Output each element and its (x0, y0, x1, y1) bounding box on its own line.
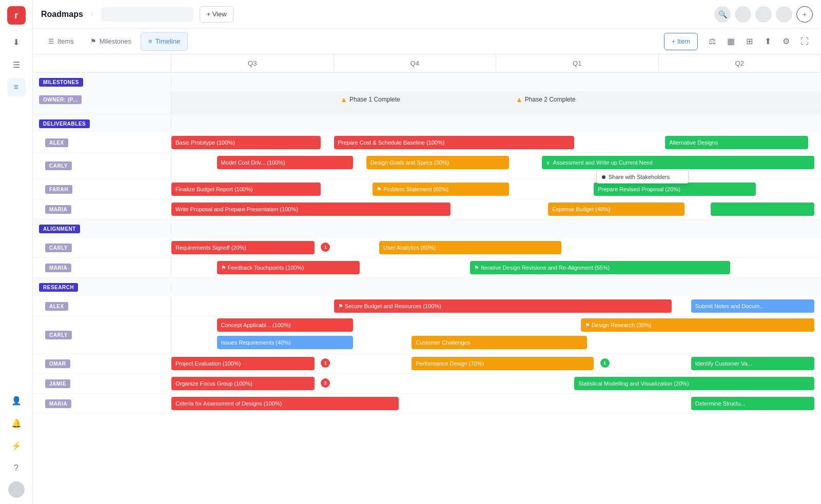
bar-model-cost[interactable]: Model Cost Driv... (100%) (217, 156, 354, 169)
section-deliverables-label-cell: DELIVERABLES (33, 119, 171, 128)
bar-secure-budget[interactable]: ⚑ Secure Budget and Resources (100%) (334, 299, 672, 313)
section-milestones-badge: MILESTONES (39, 78, 83, 87)
user-avatar-1[interactable] (735, 6, 751, 23)
sidebar-icon-lightning[interactable]: ⚡ (7, 436, 26, 455)
badge-1-omar-green: 1 (600, 358, 610, 368)
app-logo[interactable]: r (7, 6, 26, 25)
bar-identify-customer[interactable]: Identify Customer Va... (691, 357, 815, 370)
section-alignment-badge: ALIGNMENT (39, 225, 80, 233)
bar-finalize-budget[interactable]: Finalize Budget Report (100%) (171, 183, 321, 196)
bar-criteria-assessment[interactable]: Criteria for Assessment of Designs (100%… (171, 397, 399, 410)
bar-issues-requirements[interactable]: Issues Requirements (40%) (217, 336, 354, 349)
row-alignment-maria: MARIA ⚑ Feedback Touchpoints (100%) ⚑ It… (33, 258, 821, 278)
tab-items[interactable]: ☰ Items (41, 32, 81, 51)
bar-assessment[interactable]: ∨ Assessment and Write up Current Need (542, 156, 815, 169)
user-avatar-2[interactable] (755, 6, 772, 23)
bar-problem-statement[interactable]: ⚑ Problem Statement (60%) (373, 183, 509, 196)
bar-prepare-revised[interactable]: Prepare Revised Proposal (20%) (594, 183, 756, 196)
bar-customer-challenges[interactable]: Customer Challenges (412, 336, 587, 349)
row-deliverables-alex: ALEX Basic Prototype (100%) Prepare Cost… (33, 133, 821, 153)
quarter-header: Q3 Q4 Q1 Q2 (33, 54, 821, 73)
sidebar-icon-person[interactable]: 👤 (7, 391, 26, 410)
search-icon[interactable]: 🔍 (714, 6, 731, 23)
row-research-alex: ALEX ⚑ Secure Budget and Resources (100%… (33, 296, 821, 316)
bar-expense-budget[interactable]: Expense Budget (40%) (548, 203, 685, 216)
add-item-button[interactable]: + Item (664, 33, 698, 50)
label-column-header (33, 54, 171, 72)
export-icon[interactable]: ⬆ (759, 33, 776, 50)
bar-statistical-modelling[interactable]: Statistical Modelling and Visualization … (574, 377, 814, 390)
filter-icon[interactable]: ⚖ (704, 33, 720, 50)
tab-milestones-label: Milestones (100, 37, 131, 45)
section-milestones-label-cell: MILESTONES (33, 78, 171, 87)
bar-write-proposal[interactable]: Write Proposal and Prepare Presentation … (171, 203, 451, 216)
bar-organize-focus[interactable]: Organize Focus Group (100%) (171, 377, 315, 390)
quarter-q3: Q3 (171, 54, 334, 72)
sidebar: r ⬇ ☰ ≡ 👤 🔔 ⚡ ? (0, 0, 33, 504)
dropdown-share-item: Share with Stakeholders (602, 174, 683, 180)
breadcrumb[interactable] (101, 7, 193, 22)
owner-cell-jamie: JAMIE (33, 374, 171, 393)
add-view-button[interactable]: + View (200, 6, 233, 23)
owner-cell-carly-alignment: CARLY (33, 238, 171, 257)
dot-icon (602, 175, 605, 179)
columns-icon[interactable]: ⊞ (741, 33, 757, 50)
section-alignment-area (171, 219, 821, 238)
settings-icon[interactable]: ⚙ (778, 33, 794, 50)
bar-determine-structu[interactable]: Determine Structu... (691, 397, 815, 410)
owner-badge-milestones: OWNER: (P... (39, 95, 82, 104)
quarter-q2: Q2 (659, 54, 822, 72)
tab-milestones[interactable]: ⚑ Milestones (83, 32, 139, 51)
owner-cell-carly-deliverables: CARLY (33, 153, 171, 179)
section-alignment-label-cell: ALIGNMENT (33, 225, 171, 233)
sidebar-icon-roadmap[interactable]: ≡ (7, 78, 26, 96)
sidebar-avatar[interactable] (8, 481, 25, 498)
owner-badge-farah: FARAH (45, 185, 72, 194)
bar-submit-notes[interactable]: Submit Notes and Docum... (691, 299, 815, 313)
sidebar-icon-bell[interactable]: 🔔 (7, 414, 26, 432)
sidebar-icon-question[interactable]: ? (7, 459, 26, 477)
milestones-icon: ⚑ (90, 37, 96, 45)
add-member-button[interactable]: + (796, 6, 813, 23)
row-deliverables-maria: MARIA Write Proposal and Prepare Present… (33, 199, 821, 219)
jamie-bars: Organize Focus Group (100%) 2 Statistica… (171, 374, 821, 393)
alex-research-bars: ⚑ Secure Budget and Resources (100%) Sub… (171, 296, 821, 316)
carly-research-bars: Concept Applicabl... (100%) ⚑ Design Res… (171, 316, 821, 353)
bar-project-evaluation[interactable]: Project Evaluation (100%) (171, 357, 315, 370)
sidebar-icon-download[interactable]: ⬇ (7, 33, 26, 51)
dropdown-share-label: Share with Stakeholders (609, 174, 670, 180)
owner-badge-carly-alignment: CARLY (45, 244, 72, 252)
assessment-dropdown: Share with Stakeholders (596, 170, 689, 184)
milestone-icon-1: ▲ (340, 95, 347, 104)
bar-maria-green[interactable] (711, 203, 815, 216)
bar-performance-design[interactable]: Performance Design (70%) (412, 357, 593, 370)
tab-timeline[interactable]: ≡ Timeline (141, 32, 188, 51)
bar-requirements-signoff[interactable]: Requirements Signoff (20%) (171, 241, 315, 254)
bar-concept-applicable[interactable]: Concept Applicabl... (100%) (217, 318, 354, 332)
bar-alternative-designs[interactable]: Alternative Designs (665, 136, 808, 149)
row-deliverables-carly: CARLY Model Cost Driv... (100%) Design G… (33, 153, 821, 179)
owner-cell-alex-research: ALEX (33, 296, 171, 316)
section-alignment: ALIGNMENT (33, 219, 821, 238)
owner-cell-milestones: OWNER: (P... (33, 91, 171, 114)
row-research-omar: OMAR Project Evaluation (100%) 1 Perform… (33, 354, 821, 374)
owner-badge-maria-deliverables: MARIA (45, 205, 71, 214)
bar-design-research[interactable]: ⚑ Design Research (30%) (581, 318, 815, 332)
items-icon: ☰ (48, 37, 54, 45)
sidebar-icon-list[interactable]: ☰ (7, 55, 26, 74)
bar-basic-prototype[interactable]: Basic Prototype (100%) (171, 136, 321, 149)
group-icon[interactable]: ▦ (722, 33, 739, 50)
milestone-phase2: ▲ Phase 2 Complete (516, 95, 576, 104)
bar-user-analytics[interactable]: User Analytics (80%) (379, 241, 561, 254)
owner-badge-alex-research: ALEX (45, 302, 68, 311)
bar-feedback-touchpoints[interactable]: ⚑ Feedback Touchpoints (100%) (217, 261, 360, 274)
user-avatar-3[interactable] (776, 6, 792, 23)
bar-design-goals[interactable]: Design Goals and Specs (30%) (366, 156, 510, 169)
bar-iterative-design[interactable]: ⚑ Iterative Design Revisions and Re-Alig… (470, 261, 730, 274)
fullscreen-icon[interactable]: ⛶ (796, 33, 813, 50)
owner-cell-carly-research: CARLY (33, 316, 171, 353)
bar-prepare-cost[interactable]: Prepare Cost & Schedule Baseline (100%) (334, 136, 574, 149)
owner-badge-carly-research: CARLY (45, 331, 72, 339)
section-research: RESEARCH (33, 278, 821, 296)
owner-badge-maria-research: MARIA (45, 399, 71, 408)
